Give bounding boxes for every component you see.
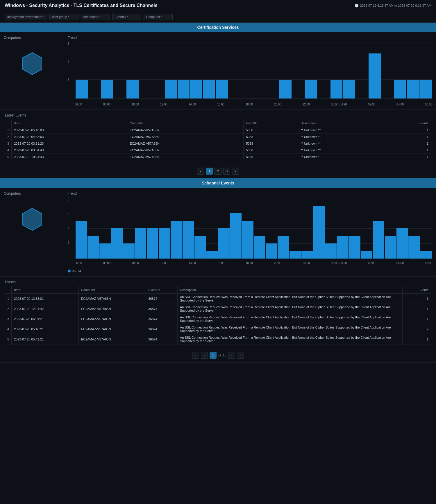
row-num: 5 xyxy=(5,334,12,345)
row-computer: EC2AMAZ-V57A85N xyxy=(127,134,244,140)
bar xyxy=(343,80,355,98)
row-date: 2023-07-20 05:18:03 xyxy=(12,127,127,134)
row-date: 2023-07-20 06:01:21 xyxy=(12,314,79,324)
table-row: 2 2023-07-20 12:24:42 EC2AMAZ-V57A85N 36… xyxy=(5,304,431,314)
schannel-col-date: date xyxy=(12,286,79,294)
certification-pagination: ‹ 1 2 3 › xyxy=(0,164,436,178)
schannel-last-btn[interactable]: » xyxy=(237,352,244,359)
time-range: 🕐 2023-07-19 6:15:37 AM to 2023-07-20 6:… xyxy=(355,4,431,8)
bar xyxy=(171,221,182,259)
cert-prev-btn[interactable]: ‹ xyxy=(197,168,204,175)
svg-marker-0 xyxy=(23,53,42,75)
bar xyxy=(230,213,242,259)
bar xyxy=(330,80,343,98)
schannel-chart-area: 8 6 4 2 0 06:00 08:00 10:00 12:00 14:00 xyxy=(68,198,432,268)
schannel-x-axis: 06:00 08:00 10:00 12:00 14:00 16:00 18:0… xyxy=(75,259,432,265)
legend-label: 36874 xyxy=(72,269,81,273)
row-date: 2023-07-20 03:04:43 xyxy=(12,147,127,154)
schannel-first-btn[interactable]: « xyxy=(192,352,199,359)
bar xyxy=(216,80,228,98)
bar xyxy=(206,251,218,259)
schannel-col-computer: Computer xyxy=(78,286,146,294)
row-eventid: 36874 xyxy=(146,314,178,324)
bar xyxy=(165,80,177,98)
bar xyxy=(101,80,113,98)
row-events: 1 xyxy=(402,334,431,345)
row-eventid: 36874 xyxy=(146,324,178,334)
bar xyxy=(111,228,123,259)
schannel-page-1-btn[interactable]: 1 xyxy=(210,352,217,359)
cert-page-2-btn[interactable]: 2 xyxy=(215,168,221,175)
filter-host-group[interactable]: host.group * xyxy=(49,14,78,20)
row-description: ** Unknown ** xyxy=(298,140,382,147)
certification-chart-inner xyxy=(75,42,432,99)
schannel-prev-btn[interactable]: ‹ xyxy=(201,352,208,359)
filter-computer[interactable]: Computer * xyxy=(144,14,173,20)
row-eventid: 5058 xyxy=(244,134,298,140)
schannel-table-body: 1 2023-07-20 12:33:01 EC2AMAZ-V57A85N 36… xyxy=(5,294,431,345)
row-eventid: 36874 xyxy=(146,294,178,304)
row-num: 2 xyxy=(5,134,12,140)
row-date: 2023-07-20 12:24:42 xyxy=(12,304,79,314)
schannel-col-events: Events xyxy=(402,286,431,294)
row-events: 1 xyxy=(382,147,431,154)
table-row: 2 2023-07-20 04:33:03 EC2AMAZ-V57A85N 50… xyxy=(5,134,431,140)
bar xyxy=(420,251,432,259)
row-computer: EC2AMAZ-V57A85N xyxy=(78,324,146,334)
bar xyxy=(278,236,289,259)
bar xyxy=(266,243,277,259)
schannel-computers-panel: Computers xyxy=(0,188,64,276)
bar xyxy=(419,80,432,98)
svg-marker-1 xyxy=(23,208,42,230)
bar xyxy=(126,80,139,98)
bar xyxy=(301,251,313,259)
row-description: An SSL Connection Request Was Received F… xyxy=(177,324,402,334)
row-eventid: 36874 xyxy=(146,304,178,314)
schannel-next-btn[interactable]: › xyxy=(228,352,235,359)
row-computer: EC2AMAZ-V57A85N xyxy=(127,140,244,147)
row-computer: EC2AMAZ-V57A85N xyxy=(127,147,244,154)
bar xyxy=(135,228,146,259)
bar xyxy=(385,236,396,259)
bar xyxy=(242,221,253,259)
bar xyxy=(76,221,87,259)
bar xyxy=(123,243,135,259)
table-row: 3 2023-07-20 03:51:23 EC2AMAZ-V57A85N 50… xyxy=(5,140,431,147)
cert-page-3-btn[interactable]: 3 xyxy=(223,168,230,175)
cert-next-btn[interactable]: › xyxy=(232,168,239,175)
filter-host-name[interactable]: host.name * xyxy=(81,14,110,20)
bar xyxy=(407,80,419,98)
schannel-total-pages: 15 xyxy=(223,354,226,357)
bar xyxy=(218,228,230,259)
row-description: An SSL Connection Request Was Received F… xyxy=(177,334,402,345)
row-date: 2023-07-20 05:46:21 xyxy=(12,324,79,334)
filter-deployment-environment[interactable]: deployment.environment * xyxy=(5,14,47,20)
certification-table-header-row: date Computer EventID Description Events xyxy=(5,120,431,127)
schannel-events-table: date Computer EventID Description Events… xyxy=(5,286,431,345)
schannel-pagination: « ‹ 1 of 15 › » xyxy=(0,348,436,363)
schannel-y-axis: 8 6 4 2 0 xyxy=(68,198,74,259)
bar xyxy=(305,80,317,98)
certification-table-body: 1 2023-07-20 05:18:03 EC2AMAZ-V57A85N 50… xyxy=(5,127,431,160)
bar xyxy=(178,80,190,98)
cert-page-1-btn[interactable]: 1 xyxy=(206,168,213,175)
row-description: An SSL Connection Request Was Received F… xyxy=(177,304,402,314)
bar xyxy=(203,80,215,98)
row-eventid: 5058 xyxy=(244,147,298,154)
schannel-events-header: Schannel Events xyxy=(0,178,436,188)
schannel-of-text: of xyxy=(218,354,221,357)
certification-trend-label: Trend xyxy=(68,36,432,40)
filter-eventid[interactable]: EventID * xyxy=(112,14,141,20)
schannel-chart-panel: Trend 8 6 4 2 0 06:00 08:00 10 xyxy=(64,188,436,276)
bar xyxy=(194,236,206,259)
schannel-col-description: Description xyxy=(177,286,402,294)
bar xyxy=(408,236,420,259)
row-num: 5 xyxy=(5,154,12,160)
certification-chart-area: 3 2 1 0 06:00 08:00 10:00 12:00 14:00 16… xyxy=(68,42,432,106)
row-num: 3 xyxy=(5,140,12,147)
row-computer: EC2AMAZ-V57A85N xyxy=(127,154,244,160)
row-computer: EC2AMAZ-V57A85N xyxy=(78,334,146,345)
bar xyxy=(394,80,406,98)
col-description: Description xyxy=(298,120,382,127)
row-num: 2 xyxy=(5,304,12,314)
